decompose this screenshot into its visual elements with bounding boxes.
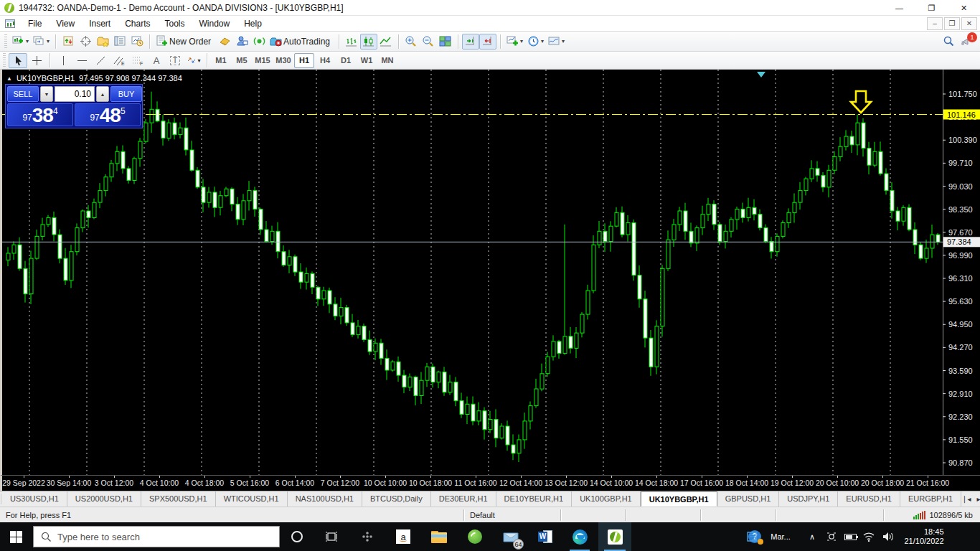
menu-help[interactable]: Help [237,16,269,32]
notifications-button[interactable]: 1 [957,34,974,50]
media-app-button[interactable] [459,522,491,551]
volume-increase-button[interactable]: ▲ [96,86,109,102]
templates-button[interactable]: ▾ [546,34,567,50]
chart-area[interactable]: 101.750101.070100.39099.71099.03098.3509… [0,70,980,475]
timeframe-M15[interactable]: M15 [253,53,273,68]
volume-icon[interactable] [878,522,898,551]
search-button[interactable] [940,34,957,50]
autotrading-button[interactable]: AutoTrading [268,34,335,50]
menu-tools[interactable]: Tools [158,16,192,32]
profiles-button[interactable]: ▾ [31,34,52,50]
chart-tab-UK10YBGBP[interactable]: UK10YBGBP,H1 [641,491,717,507]
chart-window-icon[interactable] [5,19,15,28]
text-label-tool[interactable]: T [166,53,184,68]
collapse-triangle-icon[interactable]: ▲ [6,75,12,82]
child-restore-button[interactable]: ❐ [944,17,960,30]
tabs-scroll-right-button[interactable]: ▸ [977,495,980,503]
crosshair-tool[interactable] [27,53,46,68]
community-button[interactable] [233,34,250,50]
equidistant-channel-tool[interactable]: E [110,53,128,68]
horizontal-line-tool[interactable] [72,53,91,68]
battery-icon[interactable] [841,522,859,551]
menu-charts[interactable]: Charts [118,16,157,32]
buy-button[interactable]: BUY [110,86,142,102]
strategy-tester-button[interactable] [128,34,146,50]
amazon-app-button[interactable]: a [387,522,419,551]
toolbar-grip[interactable] [3,53,6,67]
chart-tab-GBPUSD[interactable]: GBPUSD,H1 [717,491,780,507]
pinned-app-button[interactable] [352,522,383,551]
text-tool[interactable]: A [147,53,166,68]
auto-scroll-button[interactable] [462,34,479,50]
restore-button[interactable]: ❐ [915,0,948,16]
chart-tab-DE10YBEUR[interactable]: DE10YBEUR,H1 [496,491,573,507]
chart-tab-NAS100USD[interactable]: NAS100USD,H1 [288,491,362,507]
metaeditor-button[interactable] [216,34,233,50]
new-order-button[interactable]: New Order [154,34,216,50]
chart-tab-WTICOUSD[interactable]: WTICOUSD,H1 [216,491,288,507]
close-button[interactable]: ✕ [948,0,980,16]
chart-shift-button[interactable] [479,34,496,50]
candlestick-chart[interactable]: 101.750101.070100.39099.71099.03098.3509… [2,70,980,475]
zoom-in-button[interactable] [402,34,420,50]
trendline-tool[interactable] [91,53,110,68]
notes-tray-button[interactable] [739,522,765,551]
chart-tab-EURUSD[interactable]: EURUSD,H1 [838,491,900,507]
market-watch-button[interactable] [60,34,77,50]
time-axis[interactable]: 29 Sep 202230 Sep 14:003 Oct 12:004 Oct … [0,475,980,491]
candlestick-chart-button[interactable] [360,34,377,50]
taskbar-search[interactable] [33,526,280,547]
tabs-scroll-left-button[interactable]: ❘◂ [961,495,971,503]
connection-status[interactable]: 102896/5 kb [913,511,980,519]
chart-tab-US2000USD[interactable]: US2000USD,H1 [67,491,141,507]
wifi-icon[interactable] [859,522,878,551]
chart-tab-SPX500USD[interactable]: SPX500USD,H1 [141,491,216,507]
menu-view[interactable]: View [49,16,82,32]
timeframe-M1[interactable]: M1 [211,53,231,68]
menu-file[interactable]: File [21,16,49,32]
child-close-button[interactable]: ✕ [961,17,977,30]
timeframe-W1[interactable]: W1 [357,53,377,68]
fibonacci-tool[interactable]: F [128,53,147,68]
data-window-button[interactable] [77,34,94,50]
arrows-tool[interactable]: ▾ [184,53,203,68]
zoom-out-button[interactable] [420,34,437,50]
volume-input[interactable] [55,86,95,102]
running-app-label[interactable]: Mar... [765,522,796,551]
minimize-button[interactable]: — [883,0,915,16]
word-app-button[interactable]: W [529,522,561,551]
chart-tab-BTCUSD[interactable]: BTCUSD,Daily [362,491,431,507]
file-explorer-button[interactable] [423,522,455,551]
tile-windows-button[interactable] [437,34,454,50]
timeframe-D1[interactable]: D1 [336,53,356,68]
cursor-tool[interactable] [9,53,27,68]
tray-expand-chevron[interactable]: ∧ [802,522,822,551]
edge-browser-button[interactable] [564,522,595,551]
volume-decrease-button[interactable]: ▼ [40,86,53,102]
menu-window[interactable]: Window [192,16,237,32]
bar-chart-button[interactable] [343,34,360,50]
line-chart-button[interactable] [377,34,395,50]
indicators-button[interactable]: ▾ [504,34,525,50]
search-input[interactable] [57,532,251,542]
timeframe-M30[interactable]: M30 [273,53,293,68]
vertical-line-tool[interactable] [54,53,72,68]
task-view-button[interactable] [316,522,347,551]
focus-assist-icon[interactable] [822,522,841,551]
oanda-mt4-button[interactable] [598,522,631,551]
timeframe-MN[interactable]: MN [377,53,397,68]
price-axis[interactable]: 101.750101.070100.39099.71099.03098.3509… [943,70,980,475]
periods-button[interactable]: ▾ [525,34,546,50]
menu-insert[interactable]: Insert [82,16,118,32]
chart-tab-DE30EUR[interactable]: DE30EUR,H1 [431,491,496,507]
cortana-button[interactable] [281,522,313,551]
chart-tab-EURGBP[interactable]: EURGBP,H1 [900,491,961,507]
chart-tab-USDJPY[interactable]: USDJPY,H1 [779,491,838,507]
toolbar-grip[interactable] [4,34,7,49]
sell-price-display[interactable]: 97384 [7,103,73,126]
down-arrow-annotation[interactable] [851,91,871,113]
timeframe-H4[interactable]: H4 [315,53,335,68]
signals-button[interactable] [250,34,268,50]
terminal-button[interactable] [111,34,128,50]
chart-tab-US30USD[interactable]: US30USD,H1 [2,491,67,507]
